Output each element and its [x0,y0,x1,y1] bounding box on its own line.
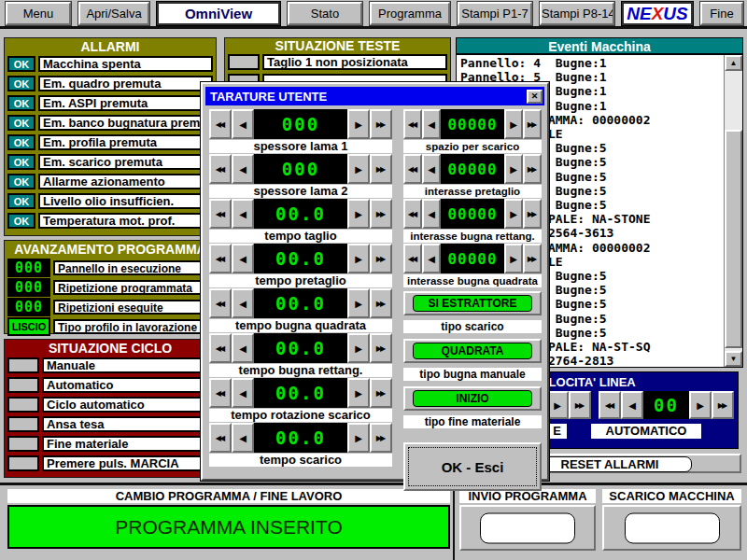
decrement-button[interactable]: ◀ [232,199,254,229]
fast-decrement-button[interactable]: ◀◀ [599,391,621,419]
increment-button[interactable]: ▶ [347,423,370,453]
events-scrollbar[interactable]: ▲ ▼ [724,55,742,367]
increment-button[interactable]: ▶ [347,244,370,273]
line-speed-auto-label: AUTOMATICO [591,424,701,439]
scroll-down-icon[interactable]: ▼ [725,351,742,367]
send-program-button[interactable] [459,505,596,551]
horizontal-divider [0,483,747,485]
programma-button[interactable]: Programma [370,2,450,25]
alarm-label: Temperatura mot. prof. [38,213,213,229]
stampi-p8-14-button[interactable]: Stampi P8-14 [540,2,614,25]
decrement-button[interactable]: ◀ [232,288,254,318]
cycle-indicator [7,416,39,432]
fast-decrement-button[interactable]: ◀◀ [209,288,232,318]
decrement-button[interactable]: ◀ [621,391,643,419]
fast-increment-button[interactable]: ▶▶ [523,199,542,229]
scroll-up-icon[interactable]: ▲ [725,55,742,71]
fast-decrement-button[interactable]: ◀◀ [403,154,422,184]
fast-decrement-button[interactable]: ◀◀ [403,199,422,229]
fast-increment-button[interactable]: ▶▶ [370,154,392,184]
decrement-button[interactable]: ◀ [422,199,441,229]
spinner-label: spessore lama 2 [209,185,392,198]
fast-increment-button[interactable]: ▶▶ [712,391,734,419]
stato-button[interactable]: Stato [288,2,362,25]
fast-decrement-button[interactable]: ◀◀ [209,423,232,453]
ok-exit-label: OK - Esci [442,459,504,475]
spinner-spazio-per-scarico: ◀◀◀00000▶▶▶spazio per scarico [403,109,542,154]
fast-decrement-button[interactable]: ◀◀ [209,199,232,229]
spinner-label: tempo rotazione scarico [209,409,392,422]
toggle-button[interactable]: SI ESTRATTORE [403,291,542,315]
spinner-interasse-bugna-rettang: ◀◀◀00000▶▶▶interasse bugna rettang. [403,199,542,244]
increment-button[interactable]: ▶ [504,199,523,229]
fast-increment-button[interactable]: ▶▶ [370,244,392,273]
increment-button[interactable]: ▶ [347,154,370,184]
decrement-button[interactable]: ◀ [232,109,254,139]
decrement-button[interactable]: ◀ [232,333,254,363]
cycle-status-title: SITUAZIONE CICLO [5,340,216,357]
fast-increment-button[interactable]: ▶▶ [370,109,392,139]
increment-button[interactable]: ▶ [504,154,523,184]
fast-increment-button[interactable]: ▶▶ [523,154,542,184]
close-icon[interactable]: ✕ [527,90,543,104]
fast-increment-button[interactable]: ▶▶ [370,423,392,453]
fast-increment-button[interactable]: ▶▶ [569,391,591,419]
alarm-row: OKLivello olio insufficien. [7,193,213,209]
cycle-label: Automatico [42,377,213,393]
fast-decrement-button[interactable]: ◀◀ [209,378,232,408]
cycle-label: Ciclo automatico [42,397,213,413]
fast-increment-button[interactable]: ▶▶ [370,288,392,318]
fast-increment-button[interactable]: ▶▶ [523,244,542,273]
scrollbar-thumb[interactable] [725,130,742,348]
increment-button[interactable]: ▶ [347,199,370,229]
decrement-button[interactable]: ◀ [422,109,441,139]
increment-button[interactable]: ▶ [347,109,370,139]
menu-button[interactable]: Menu [6,2,71,25]
fast-decrement-button[interactable]: ◀◀ [209,109,232,139]
apri-salva-button[interactable]: Apri/Salva [78,2,149,25]
fast-increment-button[interactable]: ▶▶ [370,378,392,408]
decrement-button[interactable]: ◀ [232,378,254,408]
spinner-control: ◀◀◀00000▶▶▶ [403,199,542,229]
toggle-button[interactable]: INIZIO [403,386,542,411]
decrement-button[interactable]: ◀ [232,423,254,453]
spinner-control: ◀◀◀000▶▶▶ [209,154,392,184]
increment-button[interactable]: ▶ [546,391,569,419]
fast-decrement-button[interactable]: ◀◀ [209,333,232,363]
increment-button[interactable]: ▶ [689,391,712,419]
stampi-p1-7-button[interactable]: Stampi P1-7 [458,2,532,25]
progress-label: Tipo profilo in lavorazione [53,319,213,334]
increment-button[interactable]: ▶ [347,333,370,363]
fast-increment-button[interactable]: ▶▶ [370,333,392,363]
omniview-button[interactable]: OmniView [157,2,280,25]
fine-button[interactable]: Fine [700,2,743,25]
ok-exit-button[interactable]: OK - Esci [403,442,542,491]
cycle-row: Ciclo automatico [7,397,213,413]
increment-button[interactable]: ▶ [347,378,370,408]
increment-button[interactable]: ▶ [347,288,370,318]
fast-decrement-button[interactable]: ◀◀ [403,109,422,139]
decrement-button[interactable]: ◀ [422,244,441,273]
fast-increment-button[interactable]: ▶▶ [523,109,542,139]
fast-decrement-button[interactable]: ◀◀ [209,154,232,184]
logo-text-ne: NE [627,4,651,23]
reset-alarms-button[interactable]: RESET ALLARMI [523,454,741,473]
program-progress-title: AVANZAMENTO PROGRAMMA [5,241,216,258]
toggle-button[interactable]: QUADRATA [403,339,542,363]
alarms-panel: ALLARMI OKMacchina spentaOKEm. quadro pr… [4,37,217,236]
toggle-label: tipo bugna manuale [403,368,542,381]
decrement-button[interactable]: ◀ [422,154,441,184]
fast-decrement-button[interactable]: ◀◀ [403,244,422,273]
dialog-titlebar[interactable]: TARATURE UTENTE ✕ [205,87,544,105]
nexus-logo-button[interactable]: NEXUS [622,2,693,25]
increment-button[interactable]: ▶ [504,109,523,139]
decrement-button[interactable]: ◀ [232,244,254,273]
decrement-button[interactable]: ◀ [232,154,254,184]
fast-increment-button[interactable]: ▶▶ [370,199,392,229]
progress-value: 000 [7,298,50,316]
alarm-label: Em. banco bugnatura premuta [38,115,213,131]
fast-decrement-button[interactable]: ◀◀ [209,244,232,273]
unload-machine-button[interactable] [602,505,741,551]
alarm-label: Macchina spenta [38,56,213,72]
increment-button[interactable]: ▶ [504,244,523,273]
